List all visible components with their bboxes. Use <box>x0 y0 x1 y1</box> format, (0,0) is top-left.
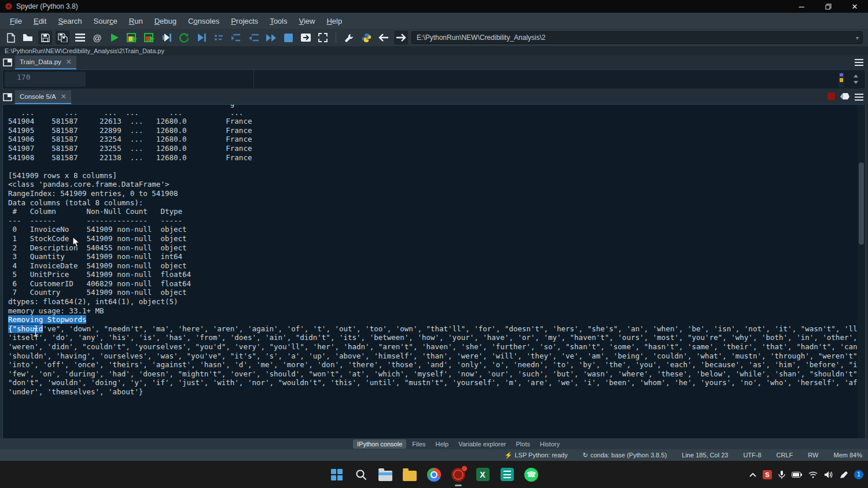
wifi-icon[interactable] <box>808 471 818 478</box>
tray-red-app-icon[interactable]: S <box>763 470 772 479</box>
conda-env-status[interactable]: ↻ conda: base (Python 3.8.5) <box>583 452 667 459</box>
volume-icon[interactable] <box>824 471 833 479</box>
editor-pane[interactable]: 170 <box>2 69 866 90</box>
excel-icon[interactable]: X <box>475 467 490 482</box>
breadcrumb: E:\PythonRun\NEW\Credibility_Analysis\2\… <box>0 46 868 56</box>
tab-help[interactable]: Help <box>432 439 453 449</box>
symbol-finder-button[interactable]: @ <box>90 31 104 45</box>
menu-consoles[interactable]: Consoles <box>183 15 225 27</box>
titlebar: Spyder (Python 3.8) ─ ✕ <box>0 0 868 13</box>
open-file-button[interactable] <box>21 31 35 45</box>
save-button[interactable] <box>38 31 52 45</box>
editor-line-number: 170 <box>17 73 30 82</box>
editor-options-icon[interactable] <box>855 59 863 66</box>
minimize-button[interactable]: ─ <box>788 0 815 13</box>
encoding-status: UTF-8 <box>743 452 761 459</box>
menu-debug[interactable]: Debug <box>149 15 182 27</box>
menu-help[interactable]: Help <box>321 15 347 27</box>
browse-consoles-icon[interactable] <box>1 91 14 103</box>
debug-continue-button[interactable] <box>264 31 278 45</box>
forward-button[interactable] <box>394 31 408 45</box>
browse-tabs-icon[interactable] <box>1 56 14 69</box>
console-tab-label: Console 5/A <box>20 93 56 100</box>
ipython-console-output[interactable]: g ... ... ... ... ... ...541904 581587 2… <box>2 104 866 439</box>
debug-step-into-button[interactable] <box>229 31 243 45</box>
menu-run[interactable]: Run <box>124 15 148 27</box>
debug-step-return-button[interactable] <box>247 31 260 45</box>
env-cycle-icon: ↻ <box>583 452 588 459</box>
maximize-button[interactable] <box>815 0 841 13</box>
editor-tab-train-data[interactable]: Train_Data.py ✕ <box>15 56 76 69</box>
stop-debug-button[interactable] <box>281 31 295 45</box>
rerun-cell-button[interactable] <box>177 31 191 45</box>
tab-close-icon[interactable]: ✕ <box>66 58 72 66</box>
preferences-wrench-button[interactable] <box>342 31 356 45</box>
spreadsheet-app-icon[interactable] <box>499 467 514 482</box>
python-env-icon[interactable] <box>359 31 373 45</box>
tab-files[interactable]: Files <box>408 439 429 449</box>
folder-icon[interactable] <box>402 467 417 482</box>
path-dropdown-caret[interactable]: ▾ <box>856 35 859 41</box>
file-switcher-button[interactable] <box>73 31 87 45</box>
tab-close-icon[interactable]: ✕ <box>61 93 67 101</box>
file-explorer-icon[interactable] <box>378 467 393 482</box>
cursor-position-status: Line 185, Col 23 <box>682 452 728 459</box>
statusbar: ⚡ LSP Python: ready ↻ conda: base (Pytho… <box>0 449 868 461</box>
console-text[interactable]: g ... ... ... ... ... ...541904 581587 2… <box>3 104 865 397</box>
run-selection-button[interactable] <box>160 31 174 45</box>
maximize-pane-button[interactable] <box>316 31 330 45</box>
debug-run-to-line-button[interactable] <box>194 31 208 45</box>
console-scrollbar-thumb[interactable] <box>859 162 864 245</box>
menu-file[interactable]: File <box>5 15 27 27</box>
menu-edit[interactable]: Edit <box>28 15 52 27</box>
spyder-taskbar-icon[interactable] <box>451 467 466 482</box>
tray-chevron-up-icon[interactable] <box>749 472 756 477</box>
clear-console-icon[interactable] <box>840 92 850 102</box>
menu-search[interactable]: Search <box>53 15 87 27</box>
search-icon[interactable] <box>354 467 369 482</box>
console-scrollbar[interactable] <box>858 105 865 439</box>
pen-icon[interactable] <box>840 471 848 479</box>
spyder-window: Spyder (Python 3.8) ─ ✕ FileEditSearchSo… <box>0 0 868 488</box>
microphone-icon[interactable] <box>778 470 785 479</box>
debug-step-button[interactable] <box>212 31 226 45</box>
interrupt-kernel-icon[interactable] <box>827 92 835 102</box>
window-title: Spyder (Python 3.8) <box>16 2 78 10</box>
save-all-button[interactable] <box>56 31 69 45</box>
bottom-pane-tabbar: IPython console Files Help Variable expl… <box>0 438 868 449</box>
tab-plots[interactable]: Plots <box>512 439 534 449</box>
lsp-status[interactable]: ⚡ LSP Python: ready <box>505 452 568 459</box>
new-window-button[interactable] <box>299 31 312 45</box>
scrollflag-column[interactable] <box>838 72 844 87</box>
tab-variable-explorer[interactable]: Variable explorer <box>454 439 510 449</box>
system-tray: S 1 <box>749 461 863 488</box>
notification-badge[interactable]: 1 <box>854 470 863 479</box>
start-button[interactable] <box>329 467 344 482</box>
battery-icon[interactable] <box>792 472 802 478</box>
permissions-status: RW <box>808 452 818 459</box>
run-button[interactable] <box>108 31 122 45</box>
chrome-icon[interactable] <box>426 467 442 482</box>
pane-resize-handle[interactable] <box>852 75 859 86</box>
editor-tabbar: Train_Data.py ✕ <box>0 56 868 69</box>
editor-tab-label: Train_Data.py <box>20 58 61 65</box>
menu-tools[interactable]: Tools <box>264 15 292 27</box>
whatsapp-icon[interactable]: ☎ <box>524 467 539 482</box>
todo-flag <box>840 78 843 82</box>
tab-ipython-console[interactable]: IPython console <box>353 439 406 449</box>
new-file-button[interactable] <box>3 31 17 45</box>
menu-view[interactable]: View <box>293 15 320 27</box>
tab-history[interactable]: History <box>536 439 564 449</box>
back-button[interactable] <box>377 31 391 45</box>
run-cell-button[interactable] <box>125 31 139 45</box>
menubar: FileEditSearchSourceRunDebugConsolesProj… <box>0 13 868 29</box>
working-directory-input[interactable] <box>411 31 863 44</box>
menu-projects[interactable]: Projects <box>226 15 263 27</box>
console-tabbar: Console 5/A ✕ <box>0 90 868 104</box>
close-button[interactable]: ✕ <box>841 0 868 13</box>
console-tab[interactable]: Console 5/A ✕ <box>15 90 71 104</box>
lightning-icon: ⚡ <box>505 452 513 459</box>
run-cell-advance-button[interactable] <box>142 31 156 45</box>
console-options-icon[interactable] <box>855 94 863 101</box>
menu-source[interactable]: Source <box>89 15 123 27</box>
